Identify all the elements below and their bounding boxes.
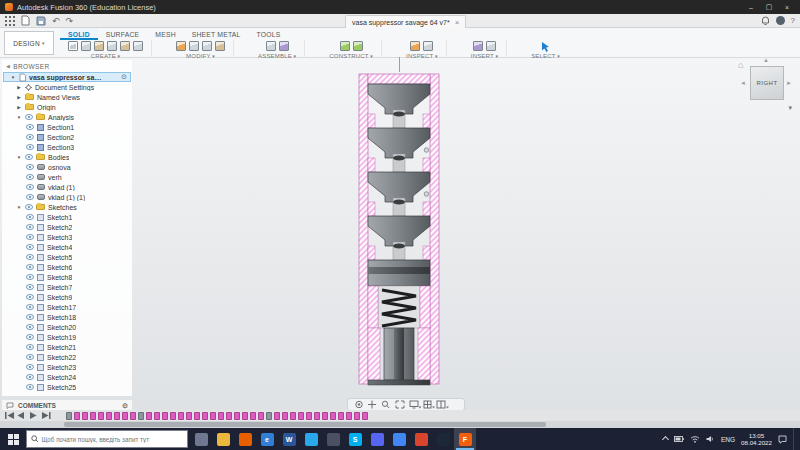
language-indicator[interactable]: ENG <box>721 436 735 443</box>
search-input[interactable] <box>41 436 183 443</box>
timeline-feature-marker[interactable] <box>314 412 320 420</box>
action-center-icon[interactable] <box>778 435 787 444</box>
tree-item-sketch[interactable]: Sketch25 <box>2 382 132 392</box>
taskbar-app-icon[interactable]: F <box>454 428 476 450</box>
section-analysis-tool-icon[interactable] <box>423 41 433 51</box>
hole-tool-icon[interactable] <box>133 41 143 51</box>
tray-overflow-icon[interactable] <box>662 435 669 442</box>
eye-icon[interactable] <box>25 154 33 160</box>
taskbar-app-icon[interactable]: e <box>256 428 278 450</box>
timeline-feature-marker[interactable] <box>258 412 264 420</box>
fillet-tool-icon[interactable] <box>189 41 199 51</box>
timeline-feature-marker[interactable] <box>114 412 120 420</box>
timeline-feature-marker[interactable] <box>194 412 200 420</box>
battery-icon[interactable] <box>674 435 684 443</box>
timeline-feature-marker[interactable] <box>162 412 168 420</box>
volume-icon[interactable] <box>706 435 715 443</box>
shell-tool-icon[interactable] <box>202 41 212 51</box>
timeline-scrollbar[interactable] <box>0 421 800 428</box>
expand-icon[interactable] <box>16 205 22 210</box>
timeline-feature-marker[interactable] <box>106 412 112 420</box>
app-grid-icon[interactable] <box>5 16 15 26</box>
timeline-feature-marker[interactable] <box>66 412 72 420</box>
timeline-feature-marker[interactable] <box>362 412 368 420</box>
viewcube-rotate-up-icon[interactable]: ▲ <box>763 57 769 63</box>
timeline-feature-marker[interactable] <box>298 412 304 420</box>
tree-item-sketch[interactable]: Sketch18 <box>2 312 132 322</box>
show-desktop-button[interactable] <box>793 428 797 450</box>
taskbar-app-icon[interactable] <box>388 428 410 450</box>
tree-item-sketch[interactable]: Sketch8 <box>2 272 132 282</box>
eye-icon[interactable] <box>26 274 34 280</box>
tree-folder-sketches[interactable]: Sketches <box>2 202 132 212</box>
expand-icon[interactable] <box>16 105 22 110</box>
timeline-feature-marker[interactable] <box>234 412 240 420</box>
user-avatar[interactable] <box>776 16 785 25</box>
tree-item-section[interactable]: Section1 <box>2 122 132 132</box>
timeline-feature-marker[interactable] <box>250 412 256 420</box>
timeline-feature-marker[interactable] <box>154 412 160 420</box>
workspace-switcher[interactable]: DESIGN <box>4 31 54 55</box>
eye-icon[interactable] <box>26 384 34 390</box>
tree-item-section[interactable]: Section2 <box>2 132 132 142</box>
eye-icon[interactable] <box>26 234 34 240</box>
tree-item-body[interactable]: verh <box>2 172 132 182</box>
eye-icon[interactable] <box>25 114 33 120</box>
eye-icon[interactable] <box>26 244 34 250</box>
revolve-tool-icon[interactable] <box>94 41 104 51</box>
taskbar-app-icon[interactable] <box>322 428 344 450</box>
eye-icon[interactable] <box>26 214 34 220</box>
new-body-tool-icon[interactable] <box>68 41 78 51</box>
wifi-icon[interactable] <box>690 435 700 443</box>
eye-icon[interactable] <box>26 164 34 170</box>
eye-icon[interactable] <box>26 264 34 270</box>
timeline-feature-marker[interactable] <box>122 412 128 420</box>
timeline-scrollbar-thumb[interactable] <box>64 422 546 427</box>
tree-item-sketch[interactable]: Sketch6 <box>2 262 132 272</box>
expand-icon[interactable] <box>16 155 22 160</box>
navigation-icons[interactable] <box>352 399 460 410</box>
eye-icon[interactable] <box>26 184 34 190</box>
tree-item-sketch[interactable]: Sketch24 <box>2 372 132 382</box>
expand-icon[interactable] <box>16 85 22 90</box>
suppressor-cross-section[interactable] <box>357 70 441 392</box>
taskbar-app-icon[interactable]: S <box>344 428 366 450</box>
tree-item-sketch[interactable]: Sketch5 <box>2 252 132 262</box>
eye-icon[interactable] <box>26 304 34 310</box>
eye-icon[interactable] <box>25 204 33 210</box>
save-icon[interactable] <box>36 16 46 26</box>
collapse-browser-icon[interactable]: ◀ <box>6 63 10 69</box>
file-icon[interactable] <box>21 15 30 26</box>
eye-icon[interactable] <box>26 334 34 340</box>
viewcube-rotate-left-icon[interactable]: ◄ <box>740 80 746 86</box>
timeline-feature-marker[interactable] <box>98 412 104 420</box>
combine-tool-icon[interactable] <box>215 41 225 51</box>
tab-sheet-metal[interactable]: SHEET METAL <box>184 28 249 40</box>
sweep-tool-icon[interactable] <box>107 41 117 51</box>
tree-item-sketch[interactable]: Sketch7 <box>2 282 132 292</box>
eye-icon[interactable] <box>26 134 34 140</box>
construction-axis-tool-icon[interactable] <box>353 41 363 51</box>
tree-item-origin[interactable]: Origin <box>2 102 132 112</box>
new-component-tool-icon[interactable] <box>266 41 276 51</box>
timeline-feature-marker[interactable] <box>74 412 80 420</box>
expand-icon[interactable] <box>16 95 22 100</box>
close-button[interactable]: × <box>779 1 795 13</box>
eye-icon[interactable] <box>26 254 34 260</box>
timeline-feature-marker[interactable] <box>242 412 248 420</box>
close-document-icon[interactable]: × <box>455 18 460 27</box>
viewcube-rotate-right-icon[interactable]: ► <box>786 80 792 86</box>
press-pull-tool-icon[interactable] <box>176 41 186 51</box>
tree-item-sketch[interactable]: Sketch3 <box>2 232 132 242</box>
timeline-feature-marker[interactable] <box>90 412 96 420</box>
eye-icon[interactable] <box>26 224 34 230</box>
timeline-feature-marker[interactable] <box>138 412 144 420</box>
tree-item-document-settings[interactable]: Document Settings <box>2 82 132 92</box>
timeline-feature-marker[interactable] <box>130 412 136 420</box>
start-button[interactable] <box>0 428 26 450</box>
eye-icon[interactable] <box>26 344 34 350</box>
tree-item-body[interactable]: osnova <box>2 162 132 172</box>
taskbar-app-icon[interactable] <box>190 428 212 450</box>
taskbar-app-icon[interactable] <box>432 428 454 450</box>
tree-item-sketch[interactable]: Sketch20 <box>2 322 132 332</box>
